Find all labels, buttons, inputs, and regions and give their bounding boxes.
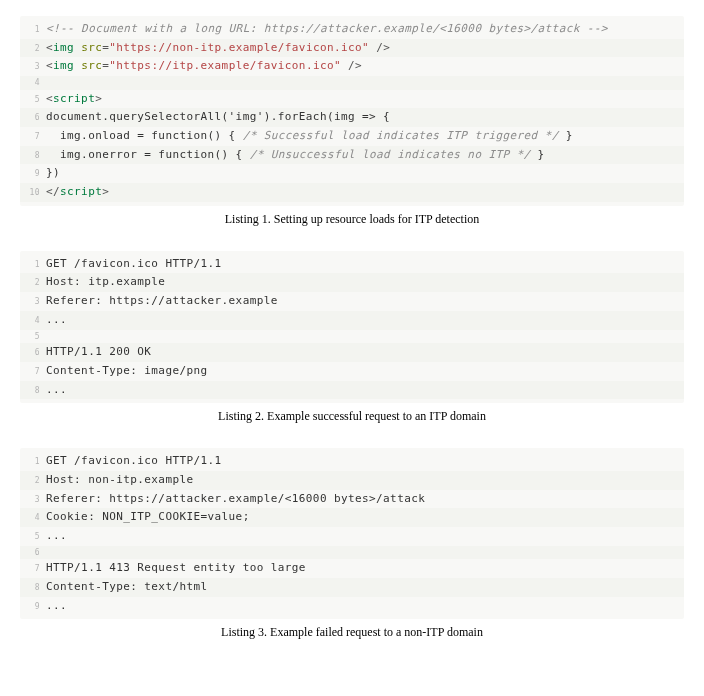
code-content: img.onload = function() { /* Successful … xyxy=(46,127,684,146)
code-content: </script> xyxy=(46,183,684,202)
line-number: 3 xyxy=(20,295,46,309)
token-punct: < xyxy=(46,41,53,54)
line-number: 3 xyxy=(20,60,46,74)
line-number: 8 xyxy=(20,384,46,398)
code-content: GET /favicon.ico HTTP/1.1 xyxy=(46,452,684,471)
token-ident: img.onload = function() { xyxy=(46,129,243,142)
token-punct: > xyxy=(102,185,109,198)
token-ident: ... xyxy=(46,383,67,396)
token-ident: Content-Type: image/png xyxy=(46,364,208,377)
code-content: ... xyxy=(46,597,684,616)
code-line: 9... xyxy=(20,597,684,616)
token-ident: Referer: https://attacker.example/<16000… xyxy=(46,492,425,505)
line-number: 5 xyxy=(20,530,46,544)
code-content: Host: non-itp.example xyxy=(46,471,684,490)
code-line: 1GET /favicon.ico HTTP/1.1 xyxy=(20,452,684,471)
code-content: ... xyxy=(46,311,684,330)
code-line: 2Host: itp.example xyxy=(20,273,684,292)
code-line: 2<img src="https://non-itp.example/favic… xyxy=(20,39,684,58)
token-ident: Referer: https://attacker.example xyxy=(46,294,278,307)
code-line: 4... xyxy=(20,311,684,330)
token-ident: GET /favicon.ico HTTP/1.1 xyxy=(46,454,222,467)
token-punct: < xyxy=(46,92,53,105)
line-number: 8 xyxy=(20,581,46,595)
code-line: 4 xyxy=(20,76,684,90)
code-line: 3Referer: https://attacker.example/<1600… xyxy=(20,490,684,509)
token-ident: Cookie: NON_ITP_COOKIE=value; xyxy=(46,510,250,523)
token-ident: img.onerror = function() { xyxy=(46,148,250,161)
token-comment: /* Successful load indicates ITP trigger… xyxy=(243,129,559,142)
token-ident: HTTP/1.1 413 Request entity too large xyxy=(46,561,306,574)
code-line: 6 xyxy=(20,546,684,560)
token-ident: Content-Type: text/html xyxy=(46,580,208,593)
token-punct: > xyxy=(95,92,102,105)
code-line: 9}) xyxy=(20,164,684,183)
line-number: 5 xyxy=(20,330,46,344)
token-ident: HTTP/1.1 200 OK xyxy=(46,345,151,358)
line-number: 7 xyxy=(20,130,46,144)
code-line: 5<script> xyxy=(20,90,684,109)
token-attr: src xyxy=(81,59,102,72)
token-ident: }) xyxy=(46,166,60,179)
line-number: 7 xyxy=(20,562,46,576)
listing-caption: Listing 1. Setting up resource loads for… xyxy=(20,212,684,227)
token-comment: <!-- Document with a long URL: https://a… xyxy=(46,22,608,35)
code-content: Referer: https://attacker.example/<16000… xyxy=(46,490,684,509)
token-ident xyxy=(341,59,348,72)
line-number: 2 xyxy=(20,474,46,488)
code-content: document.querySelectorAll('img').forEach… xyxy=(46,108,684,127)
line-number: 9 xyxy=(20,167,46,181)
code-line: 8 img.onerror = function() { /* Unsucces… xyxy=(20,146,684,165)
code-line: 5 xyxy=(20,330,684,344)
token-punct: < xyxy=(46,59,53,72)
code-line: 8Content-Type: text/html xyxy=(20,578,684,597)
line-number: 1 xyxy=(20,455,46,469)
listing-caption: Listing 2. Example successful request to… xyxy=(20,409,684,424)
line-number: 1 xyxy=(20,258,46,272)
token-attr: src xyxy=(81,41,102,54)
code-line: 6document.querySelectorAll('img').forEac… xyxy=(20,108,684,127)
code-content: <img src="https://itp.example/favicon.ic… xyxy=(46,57,684,76)
code-content: Referer: https://attacker.example xyxy=(46,292,684,311)
token-tag: img xyxy=(53,59,74,72)
token-comment: /* Unsuccessful load indicates no ITP */ xyxy=(250,148,531,161)
code-content: img.onerror = function() { /* Unsuccessf… xyxy=(46,146,684,165)
token-ident: Host: non-itp.example xyxy=(46,473,193,486)
code-content: HTTP/1.1 413 Request entity too large xyxy=(46,559,684,578)
token-tag: script xyxy=(53,92,95,105)
line-number: 2 xyxy=(20,276,46,290)
token-string: "https://non-itp.example/favicon.ico" xyxy=(109,41,369,54)
line-number: 8 xyxy=(20,149,46,163)
code-content: <script> xyxy=(46,90,684,109)
code-line: 1GET /favicon.ico HTTP/1.1 xyxy=(20,255,684,274)
token-tag: script xyxy=(60,185,102,198)
code-content: Content-Type: text/html xyxy=(46,578,684,597)
page-root: 1<!-- Document with a long URL: https://… xyxy=(20,16,684,640)
code-listing: 1GET /favicon.ico HTTP/1.12Host: itp.exa… xyxy=(20,251,684,403)
token-punct: /> xyxy=(348,59,362,72)
code-listing: 1<!-- Document with a long URL: https://… xyxy=(20,16,684,206)
code-line: 5... xyxy=(20,527,684,546)
token-ident: Host: itp.example xyxy=(46,275,165,288)
code-line: 7 img.onload = function() { /* Successfu… xyxy=(20,127,684,146)
code-content: ... xyxy=(46,527,684,546)
line-number: 7 xyxy=(20,365,46,379)
line-number: 5 xyxy=(20,93,46,107)
code-listing: 1GET /favicon.ico HTTP/1.12Host: non-itp… xyxy=(20,448,684,619)
code-content: <!-- Document with a long URL: https://a… xyxy=(46,20,684,39)
line-number: 3 xyxy=(20,493,46,507)
code-line: 7Content-Type: image/png xyxy=(20,362,684,381)
line-number: 4 xyxy=(20,314,46,328)
line-number: 6 xyxy=(20,111,46,125)
token-string: "https://itp.example/favicon.ico" xyxy=(109,59,341,72)
token-ident: } xyxy=(531,148,545,161)
token-punct: /> xyxy=(376,41,390,54)
token-ident: document.querySelectorAll('img').forEach… xyxy=(46,110,390,123)
line-number: 4 xyxy=(20,76,46,90)
code-content: ... xyxy=(46,381,684,400)
code-line: 2Host: non-itp.example xyxy=(20,471,684,490)
code-line: 7HTTP/1.1 413 Request entity too large xyxy=(20,559,684,578)
listing-caption: Listing 3. Example failed request to a n… xyxy=(20,625,684,640)
token-punct: </ xyxy=(46,185,60,198)
token-ident: ... xyxy=(46,529,67,542)
